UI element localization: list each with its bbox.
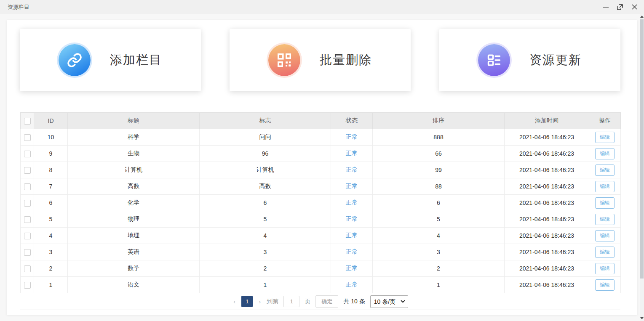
scroll-down-arrow-icon[interactable] — [640, 317, 644, 319]
scroll-up-arrow-icon[interactable] — [640, 16, 644, 18]
page-size-select[interactable]: 10 条/页 — [370, 295, 408, 308]
row-status-link[interactable]: 正常 — [346, 265, 358, 271]
row-mark: 5 — [200, 211, 331, 228]
row-mark: 2 — [200, 260, 331, 277]
resource-update-card[interactable]: 资源更新 — [439, 29, 620, 91]
window-controls — [599, 1, 641, 13]
row-checkbox[interactable] — [24, 200, 31, 207]
row-mark: 6 — [200, 195, 331, 211]
row-title: 英语 — [68, 244, 200, 260]
row-status-link[interactable]: 正常 — [346, 281, 358, 288]
row-title: 生物 — [68, 146, 200, 162]
edit-button[interactable]: 编辑 — [595, 181, 615, 192]
row-mark: 计算机 — [200, 162, 331, 178]
row-status-link[interactable]: 正常 — [346, 248, 358, 255]
table-row: 4地理4正常42021-04-06 18:46:23编辑 — [21, 228, 621, 244]
row-time: 2021-04-06 18:46:23 — [505, 146, 589, 162]
edit-button[interactable]: 编辑 — [595, 279, 615, 291]
link-icon — [59, 44, 91, 76]
edit-button[interactable]: 编辑 — [595, 230, 615, 241]
table-area: ID 标题 标志 状态 排序 添加时间 操作 10科学问问正常8882021-0… — [20, 112, 624, 310]
row-mark: 高数 — [200, 178, 331, 195]
current-page-button[interactable]: 1 — [241, 296, 253, 307]
row-status-link[interactable]: 正常 — [346, 183, 358, 189]
scrollbar-thumb[interactable] — [640, 19, 644, 279]
row-checkbox[interactable] — [24, 233, 31, 239]
edit-button[interactable]: 编辑 — [595, 132, 615, 143]
header-status: 状态 — [331, 113, 373, 129]
edit-button[interactable]: 编辑 — [595, 247, 615, 258]
maximize-button[interactable] — [613, 1, 627, 13]
row-mark: 96 — [200, 146, 331, 162]
table-body: 10科学问问正常8882021-04-06 18:46:23编辑9生物96正常6… — [21, 129, 621, 293]
header-mark: 标志 — [200, 113, 331, 129]
select-all-checkbox[interactable] — [24, 118, 31, 125]
row-mark: 问问 — [200, 129, 331, 146]
row-title: 物理 — [68, 211, 200, 228]
header-action: 操作 — [589, 113, 621, 129]
row-sort: 1 — [373, 277, 505, 293]
row-id: 4 — [34, 228, 68, 244]
row-mark: 1 — [200, 277, 331, 293]
row-checkbox[interactable] — [24, 249, 31, 256]
row-mark: 4 — [200, 228, 331, 244]
row-sort: 6 — [373, 195, 505, 211]
add-column-label: 添加栏目 — [110, 52, 162, 69]
batch-delete-card[interactable]: 批量删除 — [230, 29, 411, 91]
total-count-label: 共 10 条 — [343, 298, 365, 305]
window-title: 资源栏目 — [8, 3, 29, 11]
window-titlebar: 资源栏目 — [0, 0, 644, 14]
vertical-scrollbar[interactable] — [640, 14, 644, 321]
row-sort: 4 — [373, 228, 505, 244]
table-row: 3英语3正常32021-04-06 18:46:23编辑 — [21, 244, 621, 260]
qr-code-icon — [268, 44, 300, 76]
table-header-row: ID 标题 标志 状态 排序 添加时间 操作 — [21, 113, 621, 129]
close-icon — [632, 4, 637, 10]
row-time: 2021-04-06 18:46:23 — [505, 195, 589, 211]
row-id: 6 — [34, 195, 68, 211]
close-button[interactable] — [627, 1, 641, 13]
row-status-link[interactable]: 正常 — [346, 215, 358, 222]
row-id: 3 — [34, 244, 68, 260]
confirm-button[interactable]: 确定 — [315, 295, 338, 308]
edit-button[interactable]: 编辑 — [595, 197, 615, 209]
header-time: 添加时间 — [505, 113, 589, 129]
row-time: 2021-04-06 18:46:23 — [505, 129, 589, 146]
header-id: ID — [34, 113, 68, 129]
goto-page-input[interactable] — [283, 296, 299, 307]
header-title: 标题 — [68, 113, 200, 129]
row-status-link[interactable]: 正常 — [346, 166, 358, 173]
row-time: 2021-04-06 18:46:23 — [505, 162, 589, 178]
edit-button[interactable]: 编辑 — [595, 148, 615, 159]
minimize-button[interactable] — [599, 1, 613, 13]
row-id: 5 — [34, 211, 68, 228]
prev-page-chevron-icon[interactable]: ‹ — [232, 298, 236, 305]
row-title: 科学 — [68, 129, 200, 146]
main-panel: 添加栏目 批量删除 — [7, 20, 637, 315]
row-checkbox[interactable] — [24, 216, 31, 223]
row-checkbox[interactable] — [24, 183, 31, 190]
row-checkbox[interactable] — [24, 282, 31, 289]
row-sort: 5 — [373, 211, 505, 228]
row-id: 8 — [34, 162, 68, 178]
row-sort: 99 — [373, 162, 505, 178]
content-viewport: 添加栏目 批量删除 — [0, 14, 644, 321]
row-checkbox[interactable] — [24, 265, 31, 272]
next-page-chevron-icon[interactable]: › — [258, 298, 262, 305]
row-checkbox[interactable] — [24, 151, 31, 157]
table-row: 6化学6正常62021-04-06 18:46:23编辑 — [21, 195, 621, 211]
edit-button[interactable]: 编辑 — [595, 263, 615, 274]
row-title: 语文 — [68, 277, 200, 293]
row-time: 2021-04-06 18:46:23 — [505, 244, 589, 260]
row-status-link[interactable]: 正常 — [346, 150, 358, 157]
edit-button[interactable]: 编辑 — [595, 214, 615, 225]
row-sort: 2 — [373, 260, 505, 277]
edit-button[interactable]: 编辑 — [595, 164, 615, 176]
row-checkbox[interactable] — [24, 134, 31, 141]
row-checkbox[interactable] — [24, 167, 31, 174]
add-column-card[interactable]: 添加栏目 — [20, 29, 201, 91]
row-status-link[interactable]: 正常 — [346, 232, 358, 239]
row-status-link[interactable]: 正常 — [346, 199, 358, 206]
row-status-link[interactable]: 正常 — [346, 133, 358, 140]
table-row: 7高数高数正常882021-04-06 18:46:23编辑 — [21, 178, 621, 195]
